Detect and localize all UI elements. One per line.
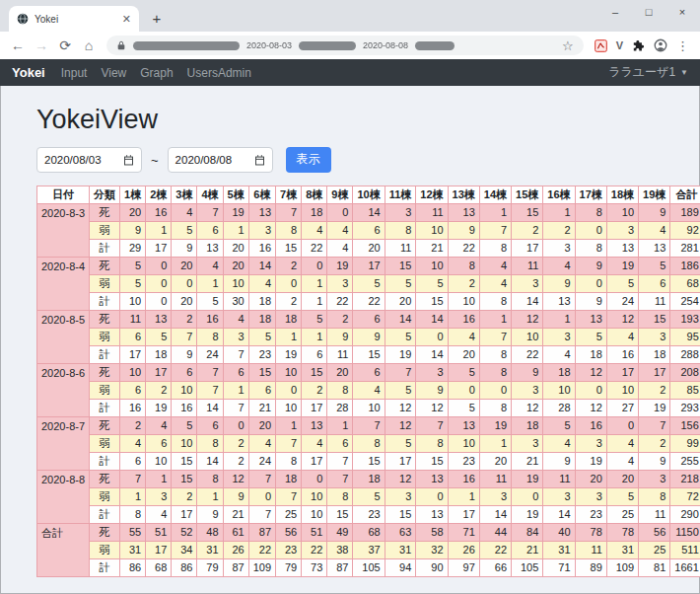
nav-item-view[interactable]: View [101,66,126,80]
pdf-extension-icon[interactable] [595,39,607,52]
browser-tab[interactable]: Yokei ✕ [9,6,139,32]
value-cell: 0 [416,329,448,346]
column-header: 13棟 [448,186,479,204]
value-cell: 0 [302,471,327,488]
row-label-cell: 計 [90,240,120,258]
value-cell: 68 [353,524,385,542]
value-cell: 3 [512,275,543,293]
row-total-cell: 72 [670,488,700,506]
nav-item-graph[interactable]: Graph [140,66,173,80]
value-cell: 10 [276,400,302,417]
date-to-input[interactable]: 2020/08/08 [168,147,273,173]
value-cell: 7 [120,471,146,488]
row-label-cell: 死 [90,258,120,275]
value-cell: 9 [223,488,248,506]
user-name: ララユーザ1 [608,64,675,81]
close-button[interactable]: × [665,0,699,24]
value-cell: 15 [353,346,385,364]
value-cell: 7 [639,417,670,435]
value-cell: 10 [448,435,479,453]
value-cell: 9 [575,258,606,275]
table-row: 2020-8-3死2016471913718014311131151810918… [37,204,700,222]
value-cell: 0 [606,417,638,435]
value-cell: 6 [120,382,146,400]
calendar-icon[interactable] [254,155,265,166]
value-cell: 37 [353,542,385,559]
value-cell: 6 [353,364,385,382]
back-icon[interactable]: ← [7,38,29,52]
table-row: 計866886798710979738710594909766105718910… [37,559,700,577]
window-controls: – □ × [598,0,699,24]
value-cell: 5 [575,329,606,346]
show-button[interactable]: 表示 [286,147,331,172]
value-cell: 20 [223,240,248,258]
browser-menu-icon[interactable]: ⋮ [676,38,689,53]
site-favicon-icon [17,13,29,25]
user-dropdown[interactable]: ララユーザ1 ▼ [608,64,688,81]
value-cell: 1 [479,204,511,222]
profile-avatar-icon[interactable] [654,38,667,52]
value-cell: 25 [276,506,302,524]
value-cell: 5 [606,488,638,506]
value-cell: 23 [575,506,606,524]
tab-close-icon[interactable]: ✕ [122,14,131,25]
new-tab-button[interactable]: + [145,7,169,31]
brand-link[interactable]: Yokei [12,65,45,80]
maximize-button[interactable]: □ [632,0,665,24]
table-row: 2020-8-8死7115812718071812131611191120203… [37,471,700,488]
value-cell: 0 [575,275,606,293]
value-cell: 8 [120,506,146,524]
date-cell: 2020-8-5 [37,311,90,364]
table-row: 合計死5551524861875651496863587144844078785… [37,524,700,542]
table-row: 弱621071602845900310010285 [37,382,700,400]
column-header: 17棟 [575,186,606,204]
value-cell: 10 [276,364,302,382]
column-header: 日付 [37,186,90,204]
row-total-cell: 290 [670,506,700,524]
value-cell: 17 [172,506,197,524]
value-cell: 11 [575,542,606,559]
column-header: 19棟 [639,186,670,204]
value-cell: 8 [327,488,353,506]
row-label-cell: 死 [90,311,120,329]
row-total-cell: 255 [670,453,700,471]
value-cell: 87 [223,559,248,577]
value-cell: 20 [248,417,275,435]
minimize-button[interactable]: – [598,0,632,24]
bookmark-star-icon[interactable]: ☆ [562,39,574,52]
forward-icon[interactable]: → [31,38,52,52]
home-icon[interactable]: ⌂ [78,38,100,52]
date-from-input[interactable]: 2020/08/03 [36,147,142,173]
row-total-cell: 156 [670,417,700,435]
value-cell: 1 [479,435,511,453]
value-cell: 18 [248,311,275,329]
row-label-cell: 弱 [90,488,120,506]
value-cell: 20 [327,364,353,382]
nav-item-input[interactable]: Input [61,66,88,80]
value-cell: 9 [639,204,670,222]
nav-item-usersadmin[interactable]: UsersAdmin [187,66,251,80]
value-cell: 8 [479,293,511,311]
value-cell: 9 [172,346,197,364]
value-cell: 12 [223,471,248,488]
value-cell: 4 [639,222,670,240]
row-total-cell: 189 [670,204,700,222]
value-cell: 13 [248,204,275,222]
value-cell: 3 [606,222,638,240]
value-cell: 3 [543,488,575,506]
v-extension-icon[interactable]: V [616,39,623,51]
column-header: 3棟 [172,186,197,204]
address-bar[interactable]: 2020-08-03 2020-08-08 ☆ [106,36,584,55]
value-cell: 6 [302,346,327,364]
value-cell: 10 [120,364,146,382]
value-cell: 22 [248,542,275,559]
value-cell: 27 [606,400,638,417]
value-cell: 21 [512,542,543,559]
calendar-icon[interactable] [123,155,134,166]
reload-icon[interactable]: ⟳ [54,38,76,52]
row-label-cell: 弱 [90,222,120,240]
extensions-puzzle-icon[interactable] [632,39,645,52]
date-cell: 合計 [37,524,90,577]
value-cell: 5 [172,417,197,435]
value-cell: 5 [172,222,197,240]
